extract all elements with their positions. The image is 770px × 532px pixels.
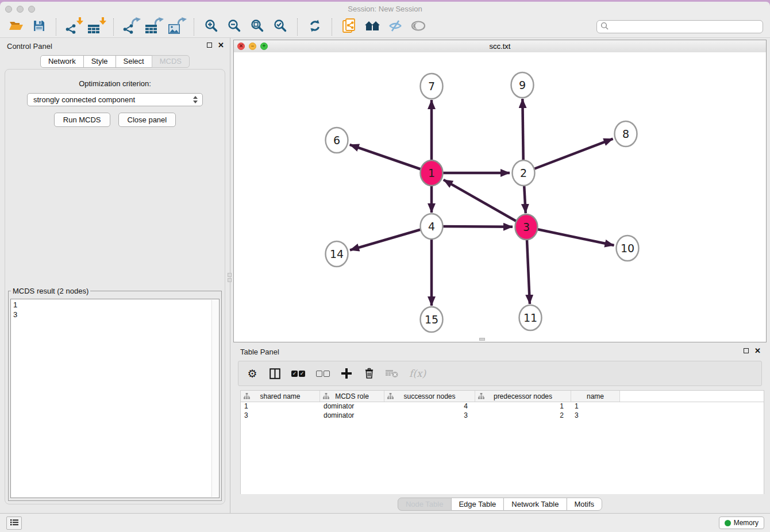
column-header-name[interactable]: name: [571, 391, 620, 402]
mcds-result-group: MCDS result (2 nodes) 13: [8, 287, 222, 501]
export-network-icon: [122, 18, 140, 36]
table-cell[interactable]: 1: [241, 402, 320, 410]
node-label-8: 8: [622, 128, 629, 140]
table-panel-tabs: Node TableEdge TableNetwork TableMotifs: [398, 498, 602, 511]
import-network-icon: [65, 18, 82, 36]
network-file-icon: [342, 18, 356, 36]
float-panel-icon[interactable]: [744, 348, 749, 353]
column-settings-button[interactable]: ⚙: [247, 368, 258, 379]
result-scrollbar[interactable]: [211, 300, 218, 497]
node-label-7: 7: [428, 80, 435, 92]
open-folder-icon: [9, 20, 24, 34]
open-network-file-button[interactable]: [341, 18, 358, 36]
window-title: Session: New Session: [0, 5, 770, 13]
split-view-button[interactable]: [269, 368, 280, 379]
close-panel-icon[interactable]: ✕: [218, 42, 224, 48]
table-cell[interactable]: dominator: [320, 411, 384, 419]
edge-1-6[interactable]: [350, 145, 432, 173]
floppy-disk-icon: [33, 20, 45, 34]
edge-3-10[interactable]: [526, 227, 614, 245]
edge-4-14[interactable]: [350, 226, 432, 250]
eye-icon: [411, 21, 426, 33]
toolbar-separator: [113, 18, 114, 36]
title-bar[interactable]: Session: New Session: [0, 2, 770, 16]
open-session-button[interactable]: [7, 18, 25, 36]
close-panel-button[interactable]: Close panel: [118, 113, 176, 127]
tab-network-table[interactable]: Network Table: [503, 498, 567, 511]
column-header-successor-nodes[interactable]: successor nodes: [384, 391, 475, 402]
export-network-button[interactable]: [122, 18, 140, 36]
tab-network[interactable]: Network: [40, 55, 84, 68]
function-builder-button[interactable]: f(x): [409, 368, 426, 379]
network-canvas[interactable]: 7968124314101511: [234, 52, 766, 342]
node-table: shared nameMCDS rolesuccessor nodesprede…: [240, 390, 764, 494]
control-panel-tabs: NetworkStyleSelectMCDS: [0, 55, 230, 68]
table-cell[interactable]: 3: [241, 411, 320, 419]
mcds-result-title: MCDS result (2 nodes): [11, 287, 90, 295]
toolbar-separator: [194, 18, 195, 36]
show-all-button[interactable]: [410, 18, 427, 36]
select-all-checkboxes-button[interactable]: ✓✓: [291, 371, 305, 377]
export-image-button[interactable]: [168, 18, 186, 36]
tab-style[interactable]: Style: [83, 55, 116, 68]
export-table-button[interactable]: [145, 18, 163, 36]
memory-button[interactable]: Memory: [719, 516, 764, 529]
run-mcds-button[interactable]: Run MCDS: [54, 113, 110, 127]
edge-4-3[interactable]: [432, 226, 513, 227]
network-hscroll-handle[interactable]: [479, 338, 485, 341]
table-row[interactable]: 3dominator323: [241, 411, 764, 420]
search-input[interactable]: [611, 22, 763, 32]
tab-motifs[interactable]: Motifs: [566, 498, 602, 511]
node-label-9: 9: [519, 79, 526, 91]
table-panel: Table Panel ✕ ⚙ ✓✓ f(x): [233, 344, 767, 513]
import-table-button[interactable]: [88, 18, 105, 36]
add-column-button[interactable]: [341, 368, 352, 379]
node-label-2: 2: [520, 167, 527, 179]
zoom-in-button[interactable]: [203, 18, 220, 36]
tab-node-table[interactable]: Node Table: [398, 498, 452, 511]
hide-selected-button[interactable]: [387, 18, 404, 36]
table-cell[interactable]: 1: [571, 402, 620, 410]
save-session-button[interactable]: [30, 18, 48, 36]
zoom-fit-icon: [251, 19, 264, 35]
zoom-out-button[interactable]: [226, 18, 243, 36]
column-header-predecessor-nodes[interactable]: predecessor nodes: [475, 391, 571, 402]
table-cell[interactable]: 3: [571, 411, 620, 419]
edge-2-8[interactable]: [523, 139, 613, 173]
memory-status-icon: [725, 520, 731, 526]
zoom-fit-button[interactable]: [249, 18, 266, 36]
tab-mcds[interactable]: MCDS: [152, 55, 190, 68]
toolbar-separator: [56, 18, 57, 36]
deselect-all-checkboxes-button[interactable]: [316, 371, 330, 377]
close-panel-icon[interactable]: ✕: [754, 348, 761, 354]
criterion-dropdown[interactable]: strongly connected component: [27, 93, 203, 106]
zoom-selected-button[interactable]: [272, 18, 289, 36]
status-bar: Memory: [0, 513, 770, 532]
apply-layout-button[interactable]: [306, 18, 324, 36]
table-cell[interactable]: 4: [384, 402, 475, 410]
network-window-titlebar[interactable]: ✕ − + scc.txt: [234, 40, 766, 53]
table-cell[interactable]: 2: [475, 411, 571, 419]
table-cell[interactable]: dominator: [320, 402, 384, 410]
table-panel-title: Table Panel: [240, 348, 279, 356]
float-panel-icon[interactable]: [207, 43, 212, 48]
mcds-result-text[interactable]: 13: [11, 299, 219, 498]
home-button[interactable]: [364, 18, 381, 36]
tab-select[interactable]: Select: [116, 55, 152, 68]
tab-edge-table[interactable]: Edge Table: [451, 498, 504, 511]
search-box: [596, 20, 763, 33]
import-network-button[interactable]: [65, 18, 82, 36]
delete-table-button[interactable]: [386, 369, 398, 378]
column-header-shared-name[interactable]: shared name: [241, 391, 320, 402]
edge-3-1[interactable]: [444, 180, 526, 227]
table-body: 1dominator4113dominator323: [241, 402, 764, 494]
task-history-button[interactable]: [6, 516, 22, 530]
screen: Session: New Session: [0, 0, 770, 532]
column-header-mcds-role[interactable]: MCDS role: [320, 391, 384, 402]
delete-column-button[interactable]: [363, 368, 375, 379]
table-cell[interactable]: 1: [475, 402, 571, 410]
panel-splitter-grip[interactable]: [227, 273, 232, 286]
network-canvas-svg: 7968124314101511: [234, 52, 766, 342]
table-cell[interactable]: 3: [384, 411, 475, 419]
table-row[interactable]: 1dominator411: [241, 402, 764, 411]
